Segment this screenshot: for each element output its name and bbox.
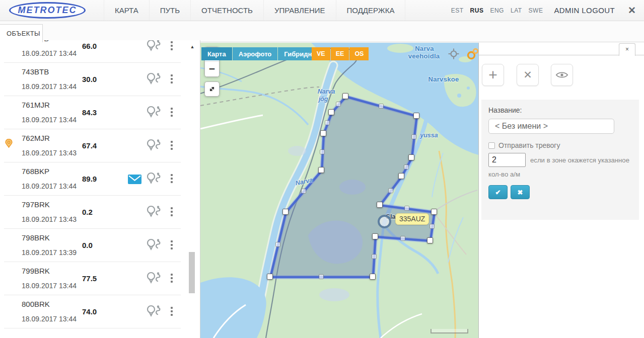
town-circle-marker	[378, 215, 391, 228]
vehicle-row[interactable]: 743BTB30.018.09.2017 13:44	[4, 63, 181, 96]
zone-vertex-handle[interactable]	[370, 274, 376, 280]
zoom-out-button[interactable]: −	[205, 62, 219, 76]
vehicle-datetime: 18.09.2017 13:44	[22, 315, 77, 323]
close-icon[interactable]: ✕	[628, 5, 636, 16]
nav-item-support[interactable]: ПОДДЕРЖКА	[336, 0, 406, 21]
geozones-rings-icon[interactable]	[466, 47, 479, 60]
zone-midpoint-handle[interactable]	[275, 242, 280, 247]
zone-vertex-handle[interactable]	[282, 209, 289, 215]
vehicle-count-input[interactable]	[488, 153, 526, 167]
zone-midpoint-handle[interactable]	[388, 188, 393, 193]
vehicle-row[interactable]: 762MJR67.418.09.2017 13:43	[4, 129, 181, 162]
tab-objects[interactable]: ОБЪЕКТЫ	[0, 24, 43, 42]
zone-midpoint-handle[interactable]	[336, 102, 341, 107]
zone-vertex-handle[interactable]	[398, 173, 404, 179]
language-option-eng[interactable]: ENG	[490, 7, 504, 14]
vehicle-row[interactable]: 742BTB66.018.09.2017 13:44	[4, 40, 181, 63]
show-on-map-icon[interactable]	[146, 104, 163, 121]
row-menu-button[interactable]	[169, 306, 175, 319]
locate-crosshair-icon[interactable]	[447, 47, 460, 60]
zone-midpoint-handle[interactable]	[325, 120, 330, 125]
layer-button-map[interactable]: Карта	[201, 47, 232, 60]
nav-item-map[interactable]: КАРТА	[104, 0, 149, 21]
zone-vertex-handle[interactable]	[431, 209, 437, 215]
cancel-zone-button[interactable]: ✖	[511, 185, 530, 199]
zone-midpoint-handle[interactable]	[320, 149, 325, 154]
logout-button[interactable]: ADMIN LOGOUT	[554, 6, 615, 15]
row-menu-button[interactable]	[169, 73, 175, 87]
language-option-rus[interactable]: RUS	[470, 7, 484, 14]
eye-icon	[555, 71, 568, 79]
show-on-map-icon[interactable]	[146, 40, 163, 55]
zone-vertex-handle[interactable]	[427, 237, 433, 243]
zone-midpoint-handle[interactable]	[411, 134, 416, 139]
row-menu-button[interactable]	[169, 140, 175, 153]
metrotec-logo[interactable]: METROTEC	[9, 2, 86, 19]
fullscreen-button[interactable]	[204, 81, 220, 97]
vehicle-value: 84.3	[82, 108, 97, 117]
zone-midpoint-handle[interactable]	[400, 236, 405, 241]
zone-midpoint-handle[interactable]	[301, 189, 306, 194]
nav-item-reports[interactable]: ОТЧЕТНОСТЬ	[190, 0, 263, 21]
delete-zone-button[interactable]: ✕	[517, 64, 539, 86]
row-menu-button[interactable]	[169, 273, 175, 286]
layer-button-aerial[interactable]: Аэрофото	[233, 47, 278, 60]
place-label: veehoidla	[408, 52, 440, 60]
zone-midpoint-handle[interactable]	[379, 104, 384, 109]
zone-vertex-handle[interactable]	[413, 113, 419, 119]
show-on-map-icon[interactable]	[146, 171, 163, 188]
provider-button-ve[interactable]: VE	[312, 47, 330, 60]
show-on-map-icon[interactable]	[146, 71, 163, 88]
vehicle-row[interactable]: 798BRK0.018.09.2017 13:39	[4, 229, 181, 262]
panel-tab-close[interactable]: ×	[619, 43, 635, 56]
vehicle-row[interactable]: 761MJR84.318.09.2017 13:44	[4, 96, 181, 129]
zone-name-input[interactable]	[488, 119, 614, 134]
map-canvas[interactable]: NarvaveehoidlaNarvskoeNarvajõgyussaNarva…	[200, 43, 478, 338]
zone-midpoint-handle[interactable]	[430, 224, 435, 229]
provider-button-os[interactable]: OS	[349, 47, 369, 60]
vehicle-row[interactable]: 768BKP89.918.09.2017 13:44	[4, 162, 181, 196]
vehicle-row[interactable]: 800BRK74.018.09.2017 13:44	[4, 295, 181, 328]
provider-button-ee[interactable]: EE	[331, 47, 349, 60]
visibility-button[interactable]	[551, 64, 573, 86]
language-option-lat[interactable]: LAT	[511, 7, 522, 14]
row-menu-button[interactable]	[169, 173, 175, 186]
zone-midpoint-handle[interactable]	[404, 164, 409, 170]
vehicle-value: 74.0	[82, 307, 97, 316]
zone-vertex-handle[interactable]	[372, 233, 378, 239]
add-zone-button[interactable]: +	[482, 64, 504, 86]
send-alarm-checkbox[interactable]	[488, 142, 495, 149]
row-menu-button[interactable]	[169, 40, 175, 53]
vehicle-row[interactable]: 797BRK0.218.09.2017 13:43	[4, 196, 181, 229]
nav-item-management[interactable]: УПРАВЛЕНИЕ	[263, 0, 336, 21]
zone-vertex-handle[interactable]	[318, 167, 324, 173]
show-on-map-icon[interactable]	[146, 237, 163, 254]
show-on-map-icon[interactable]	[146, 137, 163, 154]
zone-vertex-handle[interactable]	[408, 154, 414, 160]
scroll-up-arrow[interactable]: ▲	[188, 44, 196, 49]
zone-vertex-handle[interactable]	[377, 202, 383, 208]
message-envelope-icon[interactable]	[128, 175, 141, 186]
zone-midpoint-handle[interactable]	[372, 254, 377, 259]
row-menu-button[interactable]	[169, 206, 175, 219]
vehicle-name: 799BRK	[22, 267, 50, 275]
show-on-map-icon[interactable]	[146, 204, 163, 221]
language-option-est[interactable]: EST	[451, 7, 464, 14]
zone-vertex-handle[interactable]	[328, 109, 334, 115]
place-label: Narvskoe	[428, 75, 459, 83]
vehicle-row[interactable]: 799BRK77.518.09.2017 13:44	[4, 262, 181, 295]
show-on-map-icon[interactable]	[146, 303, 163, 320]
zone-midpoint-handle[interactable]	[319, 274, 324, 279]
zone-vertex-handle[interactable]	[320, 130, 326, 136]
zone-midpoint-handle[interactable]	[404, 206, 409, 211]
row-menu-button[interactable]	[169, 239, 175, 252]
zone-label-tooltip: 335AUZ	[395, 213, 429, 225]
show-on-map-icon[interactable]	[146, 270, 163, 287]
zone-vertex-handle[interactable]	[267, 274, 273, 280]
row-menu-button[interactable]	[169, 107, 175, 120]
language-option-swe[interactable]: SWE	[529, 7, 543, 14]
nav-item-route[interactable]: ПУТЬ	[149, 0, 190, 21]
list-scrollbar-thumb[interactable]	[189, 252, 195, 293]
zone-vertex-handle[interactable]	[342, 93, 348, 99]
confirm-zone-button[interactable]: ✔	[488, 185, 508, 199]
